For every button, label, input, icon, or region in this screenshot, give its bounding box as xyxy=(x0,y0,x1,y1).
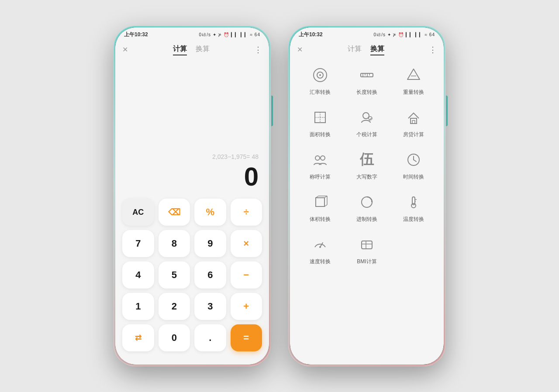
base-label: 进制转换 xyxy=(356,216,377,223)
converter-mortgage[interactable]: 房贷计算 xyxy=(396,107,431,138)
key-backspace[interactable]: ⌫ xyxy=(159,199,190,226)
bmi-icon xyxy=(356,234,378,255)
area-icon xyxy=(309,107,331,128)
back-icon-2[interactable]: ✕ xyxy=(297,45,303,54)
base-icon xyxy=(356,191,378,213)
tab-convert-1[interactable]: 换算 xyxy=(196,44,210,55)
svg-point-2 xyxy=(319,74,321,76)
converter-volume[interactable]: 体积转换 xyxy=(303,191,338,223)
converter-tax[interactable]: 个税计算 xyxy=(349,107,384,138)
tab-convert-2[interactable]: 换算 xyxy=(370,44,384,55)
key-row-3: 4 5 6 − xyxy=(122,261,262,289)
key-8[interactable]: 8 xyxy=(159,230,190,257)
key-row-1: AC ⌫ % ÷ xyxy=(122,199,262,226)
temp-label: 温度转换 xyxy=(403,216,424,223)
key-2[interactable]: 2 xyxy=(159,293,190,320)
mortgage-icon xyxy=(403,107,424,128)
greeting-icon xyxy=(309,149,331,171)
bmi-label: BMI计算 xyxy=(357,258,376,265)
status-icons-1: 0㎅/s ✦ ⊁ ⏰ ▎▎ ▎▎ ≈ 64 xyxy=(199,32,260,38)
key-3[interactable]: 3 xyxy=(194,293,226,320)
key-multiply[interactable]: × xyxy=(231,230,262,257)
phones-container: 上午10:32 0㎅/s ✦ ⊁ ⏰ ▎▎ ▎▎ ≈ 64 ✕ 计算 换算 ⋮ xyxy=(114,26,445,366)
converter-area[interactable]: 面积转换 xyxy=(303,107,338,138)
converter-time[interactable]: 时间转换 xyxy=(396,149,431,181)
svg-rect-16 xyxy=(411,118,417,124)
converter-row-5: 速度转换 BMI计算 xyxy=(297,234,437,265)
phone-calculator: 上午10:32 0㎅/s ✦ ⊁ ⏰ ▎▎ ▎▎ ≈ 64 ✕ 计算 换算 ⋮ xyxy=(114,26,271,366)
tab-calc-2[interactable]: 计算 xyxy=(348,44,362,55)
svg-marker-8 xyxy=(407,69,420,79)
tax-icon xyxy=(356,107,378,128)
phone-inner-1: 上午10:32 0㎅/s ✦ ⊁ ⏰ ▎▎ ▎▎ ≈ 64 ✕ 计算 换算 ⋮ xyxy=(115,28,269,364)
speed-label: 速度转换 xyxy=(310,258,331,265)
volume-label: 体积转换 xyxy=(310,216,331,223)
speed-icon xyxy=(309,234,331,255)
key-percent[interactable]: % xyxy=(194,199,226,226)
key-plus[interactable]: + xyxy=(231,293,262,320)
key-exchange[interactable]: ⇄ xyxy=(122,324,154,351)
converter-row-4: 体积转换 进制转换 温度转换 xyxy=(297,191,437,223)
key-7[interactable]: 7 xyxy=(122,230,154,257)
key-ac[interactable]: AC xyxy=(122,199,154,226)
converter-currency[interactable]: 汇率转换 xyxy=(303,64,338,96)
key-row-4: 1 2 3 + xyxy=(122,293,262,320)
back-icon-1[interactable]: ✕ xyxy=(122,45,128,54)
key-divide[interactable]: ÷ xyxy=(231,199,262,226)
key-row-5: ⇄ 0 . = xyxy=(122,324,262,351)
more-icon-2[interactable]: ⋮ xyxy=(429,45,437,55)
converter-greeting[interactable]: 称呼计算 xyxy=(303,149,338,181)
volume-icon xyxy=(309,191,331,213)
svg-line-22 xyxy=(414,160,416,162)
key-9[interactable]: 9 xyxy=(194,230,226,257)
chinese-num-icon: 伍 xyxy=(356,149,378,171)
phone-screen-2: 上午10:32 0㎅/s ✦ ⊁ ⏰ ▎▎ ▎▎ ≈ 64 ✕ 计算 换算 ⋮ xyxy=(290,28,444,364)
phone-converter: 上午10:32 0㎅/s ✦ ⊁ ⏰ ▎▎ ▎▎ ≈ 64 ✕ 计算 换算 ⋮ xyxy=(288,26,445,366)
converter-row-3: 称呼计算 伍 大写数字 时间转换 xyxy=(297,149,437,181)
converter-grid: 汇率转换 长度转换 重量转换 xyxy=(290,60,444,364)
tab-calc-1[interactable]: 计算 xyxy=(173,44,187,55)
header-tabs-2: 计算 换算 xyxy=(303,44,429,55)
key-row-2: 7 8 9 × xyxy=(122,230,262,257)
key-equals[interactable]: = xyxy=(231,324,262,351)
converter-chinese-num[interactable]: 伍 大写数字 xyxy=(349,149,384,181)
converter-temp[interactable]: 温度转换 xyxy=(396,191,431,223)
converter-row-1: 汇率转换 长度转换 重量转换 xyxy=(297,64,437,96)
svg-rect-35 xyxy=(362,241,372,249)
greeting-label: 称呼计算 xyxy=(310,173,331,181)
converter-bmi[interactable]: BMI计算 xyxy=(349,234,384,265)
key-0[interactable]: 0 xyxy=(159,324,190,351)
svg-point-13 xyxy=(363,113,369,119)
key-6[interactable]: 6 xyxy=(194,261,226,289)
status-bar-1: 上午10:32 0㎅/s ✦ ⊁ ⏰ ▎▎ ▎▎ ≈ 64 xyxy=(115,28,269,40)
more-icon-1[interactable]: ⋮ xyxy=(254,45,262,55)
status-time-2: 上午10:32 xyxy=(299,31,323,38)
key-dot[interactable]: . xyxy=(194,324,226,351)
phone-screen-1: 上午10:32 0㎅/s ✦ ⊁ ⏰ ▎▎ ▎▎ ≈ 64 ✕ 计算 换算 ⋮ xyxy=(115,28,269,364)
calc-display: 2,023−1,975= 48 0 xyxy=(115,60,269,194)
time-label: 时间转换 xyxy=(403,173,424,181)
app-header-1: ✕ 计算 换算 ⋮ xyxy=(115,40,269,60)
calc-history: 2,023−1,975= 48 xyxy=(126,153,259,160)
key-1[interactable]: 1 xyxy=(122,293,154,320)
status-signal-2: 0㎅/s ✦ ⊁ ⏰ ▎▎ ▎▎ ≈ 64 xyxy=(374,32,435,38)
empty-icon xyxy=(403,234,424,255)
key-5[interactable]: 5 xyxy=(159,261,190,289)
tax-label: 个税计算 xyxy=(356,131,377,138)
time-icon xyxy=(403,149,424,171)
status-time-1: 上午10:32 xyxy=(124,31,148,38)
svg-point-34 xyxy=(319,246,321,248)
converter-weight[interactable]: 重量转换 xyxy=(396,64,431,96)
mortgage-label: 房贷计算 xyxy=(403,131,424,138)
converter-speed[interactable]: 速度转换 xyxy=(303,234,338,265)
svg-point-19 xyxy=(321,156,325,160)
converter-empty xyxy=(396,234,431,265)
key-4[interactable]: 4 xyxy=(122,261,154,289)
header-tabs-1: 计算 换算 xyxy=(128,44,254,55)
app-header-2: ✕ 计算 换算 ⋮ xyxy=(290,40,444,60)
converter-base[interactable]: 进制转换 xyxy=(349,191,384,223)
svg-rect-23 xyxy=(316,198,324,206)
converter-length[interactable]: 长度转换 xyxy=(349,64,384,96)
key-minus[interactable]: − xyxy=(231,261,262,289)
chinese-num-label: 大写数字 xyxy=(356,173,377,181)
